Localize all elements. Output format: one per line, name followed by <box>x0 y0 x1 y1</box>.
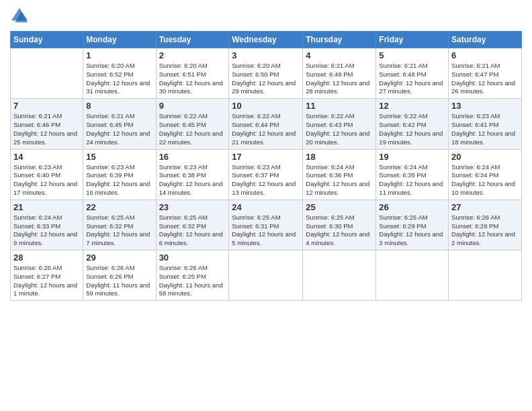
day-cell: 3Sunrise: 6:20 AM Sunset: 6:50 PM Daylig… <box>229 48 303 99</box>
day-number: 8 <box>86 101 152 111</box>
day-info: Sunrise: 6:24 AM Sunset: 6:34 PM Dayligh… <box>451 163 519 197</box>
calendar: SundayMondayTuesdayWednesdayThursdayFrid… <box>10 31 522 301</box>
day-cell: 6Sunrise: 6:21 AM Sunset: 6:47 PM Daylig… <box>449 48 522 99</box>
day-cell: 26Sunrise: 6:25 AM Sunset: 6:29 PM Dayli… <box>376 199 449 250</box>
day-number: 16 <box>159 152 226 162</box>
day-number: 2 <box>159 50 226 60</box>
day-cell <box>449 250 522 301</box>
day-number: 3 <box>232 50 300 60</box>
day-cell: 14Sunrise: 6:23 AM Sunset: 6:40 PM Dayli… <box>11 149 83 199</box>
day-cell: 22Sunrise: 6:25 AM Sunset: 6:32 PM Dayli… <box>83 199 156 250</box>
day-info: Sunrise: 6:22 AM Sunset: 6:43 PM Dayligh… <box>306 112 373 146</box>
day-number: 10 <box>232 101 300 111</box>
week-row-5: 28Sunrise: 6:26 AM Sunset: 6:27 PM Dayli… <box>11 250 522 301</box>
weekday-header-friday: Friday <box>376 32 449 48</box>
day-cell <box>376 250 449 301</box>
day-cell: 20Sunrise: 6:24 AM Sunset: 6:34 PM Dayli… <box>449 149 522 199</box>
day-info: Sunrise: 6:23 AM Sunset: 6:40 PM Dayligh… <box>13 163 80 197</box>
day-number: 20 <box>451 152 519 162</box>
weekday-header-saturday: Saturday <box>449 32 522 48</box>
day-info: Sunrise: 6:20 AM Sunset: 6:50 PM Dayligh… <box>232 62 300 96</box>
weekday-header-sunday: Sunday <box>11 32 83 48</box>
day-number: 9 <box>159 101 226 111</box>
day-number: 15 <box>86 152 152 162</box>
day-number: 13 <box>451 101 519 111</box>
week-row-3: 14Sunrise: 6:23 AM Sunset: 6:40 PM Dayli… <box>11 149 522 199</box>
day-number: 21 <box>13 202 80 212</box>
day-cell: 21Sunrise: 6:24 AM Sunset: 6:33 PM Dayli… <box>11 199 83 250</box>
day-info: Sunrise: 6:26 AM Sunset: 6:27 PM Dayligh… <box>13 264 80 298</box>
day-number: 26 <box>379 202 445 212</box>
weekday-header-thursday: Thursday <box>303 32 376 48</box>
day-number: 19 <box>379 152 445 162</box>
week-row-2: 7Sunrise: 6:21 AM Sunset: 6:46 PM Daylig… <box>11 99 522 149</box>
day-number: 28 <box>13 253 80 263</box>
day-info: Sunrise: 6:25 AM Sunset: 6:29 PM Dayligh… <box>379 214 445 248</box>
day-number: 24 <box>232 202 300 212</box>
day-info: Sunrise: 6:21 AM Sunset: 6:49 PM Dayligh… <box>306 62 373 96</box>
day-cell: 27Sunrise: 6:26 AM Sunset: 6:28 PM Dayli… <box>449 199 522 250</box>
day-cell: 11Sunrise: 6:22 AM Sunset: 6:43 PM Dayli… <box>303 99 376 149</box>
page: SundayMondayTuesdayWednesdayThursdayFrid… <box>0 0 532 411</box>
day-number: 12 <box>379 101 445 111</box>
day-number: 14 <box>13 152 80 162</box>
day-number: 1 <box>86 50 152 60</box>
day-cell <box>229 250 303 301</box>
day-info: Sunrise: 6:22 AM Sunset: 6:44 PM Dayligh… <box>232 112 300 146</box>
day-number: 23 <box>159 202 226 212</box>
day-cell: 24Sunrise: 6:25 AM Sunset: 6:31 PM Dayli… <box>229 199 303 250</box>
day-cell: 2Sunrise: 6:20 AM Sunset: 6:51 PM Daylig… <box>156 48 229 99</box>
week-row-4: 21Sunrise: 6:24 AM Sunset: 6:33 PM Dayli… <box>11 199 522 250</box>
day-info: Sunrise: 6:20 AM Sunset: 6:51 PM Dayligh… <box>159 62 226 96</box>
day-cell: 23Sunrise: 6:25 AM Sunset: 6:32 PM Dayli… <box>156 199 229 250</box>
day-info: Sunrise: 6:21 AM Sunset: 6:48 PM Dayligh… <box>379 62 445 96</box>
day-info: Sunrise: 6:25 AM Sunset: 6:32 PM Dayligh… <box>86 214 152 248</box>
day-info: Sunrise: 6:23 AM Sunset: 6:41 PM Dayligh… <box>451 112 519 146</box>
day-info: Sunrise: 6:21 AM Sunset: 6:46 PM Dayligh… <box>13 112 80 146</box>
day-cell: 12Sunrise: 6:22 AM Sunset: 6:42 PM Dayli… <box>376 99 449 149</box>
day-number: 27 <box>451 202 519 212</box>
day-info: Sunrise: 6:22 AM Sunset: 6:42 PM Dayligh… <box>379 112 445 146</box>
day-cell: 30Sunrise: 6:26 AM Sunset: 6:25 PM Dayli… <box>156 250 229 301</box>
day-cell: 17Sunrise: 6:23 AM Sunset: 6:37 PM Dayli… <box>229 149 303 199</box>
day-info: Sunrise: 6:21 AM Sunset: 6:47 PM Dayligh… <box>451 62 519 96</box>
logo-icon <box>10 7 29 26</box>
day-info: Sunrise: 6:24 AM Sunset: 6:36 PM Dayligh… <box>306 163 373 197</box>
day-cell: 16Sunrise: 6:23 AM Sunset: 6:38 PM Dayli… <box>156 149 229 199</box>
day-number: 6 <box>451 50 519 60</box>
day-cell: 28Sunrise: 6:26 AM Sunset: 6:27 PM Dayli… <box>11 250 83 301</box>
day-cell: 4Sunrise: 6:21 AM Sunset: 6:49 PM Daylig… <box>303 48 376 99</box>
day-cell: 19Sunrise: 6:24 AM Sunset: 6:35 PM Dayli… <box>376 149 449 199</box>
day-info: Sunrise: 6:26 AM Sunset: 6:26 PM Dayligh… <box>86 264 152 298</box>
day-cell: 13Sunrise: 6:23 AM Sunset: 6:41 PM Dayli… <box>449 99 522 149</box>
day-number: 4 <box>306 50 373 60</box>
day-number: 29 <box>86 253 152 263</box>
day-cell: 25Sunrise: 6:25 AM Sunset: 6:30 PM Dayli… <box>303 199 376 250</box>
day-cell <box>303 250 376 301</box>
day-info: Sunrise: 6:26 AM Sunset: 6:28 PM Dayligh… <box>451 214 519 248</box>
day-info: Sunrise: 6:25 AM Sunset: 6:31 PM Dayligh… <box>232 214 300 248</box>
day-info: Sunrise: 6:25 AM Sunset: 6:30 PM Dayligh… <box>306 214 373 248</box>
header <box>10 7 522 26</box>
day-cell: 29Sunrise: 6:26 AM Sunset: 6:26 PM Dayli… <box>83 250 156 301</box>
day-cell <box>11 48 83 99</box>
day-info: Sunrise: 6:24 AM Sunset: 6:33 PM Dayligh… <box>13 214 80 248</box>
day-cell: 7Sunrise: 6:21 AM Sunset: 6:46 PM Daylig… <box>11 99 83 149</box>
day-number: 18 <box>306 152 373 162</box>
day-info: Sunrise: 6:23 AM Sunset: 6:39 PM Dayligh… <box>86 163 152 197</box>
day-info: Sunrise: 6:25 AM Sunset: 6:32 PM Dayligh… <box>159 214 226 248</box>
day-info: Sunrise: 6:20 AM Sunset: 6:52 PM Dayligh… <box>86 62 152 96</box>
day-cell: 1Sunrise: 6:20 AM Sunset: 6:52 PM Daylig… <box>83 48 156 99</box>
day-number: 25 <box>306 202 373 212</box>
weekday-header-wednesday: Wednesday <box>229 32 303 48</box>
logo <box>10 7 32 26</box>
day-cell: 15Sunrise: 6:23 AM Sunset: 6:39 PM Dayli… <box>83 149 156 199</box>
day-info: Sunrise: 6:22 AM Sunset: 6:45 PM Dayligh… <box>159 112 226 146</box>
day-cell: 8Sunrise: 6:21 AM Sunset: 6:45 PM Daylig… <box>83 99 156 149</box>
day-info: Sunrise: 6:23 AM Sunset: 6:37 PM Dayligh… <box>232 163 300 197</box>
day-cell: 9Sunrise: 6:22 AM Sunset: 6:45 PM Daylig… <box>156 99 229 149</box>
day-number: 7 <box>13 101 80 111</box>
day-cell: 18Sunrise: 6:24 AM Sunset: 6:36 PM Dayli… <box>303 149 376 199</box>
weekday-header-row: SundayMondayTuesdayWednesdayThursdayFrid… <box>11 32 522 48</box>
day-info: Sunrise: 6:23 AM Sunset: 6:38 PM Dayligh… <box>159 163 226 197</box>
